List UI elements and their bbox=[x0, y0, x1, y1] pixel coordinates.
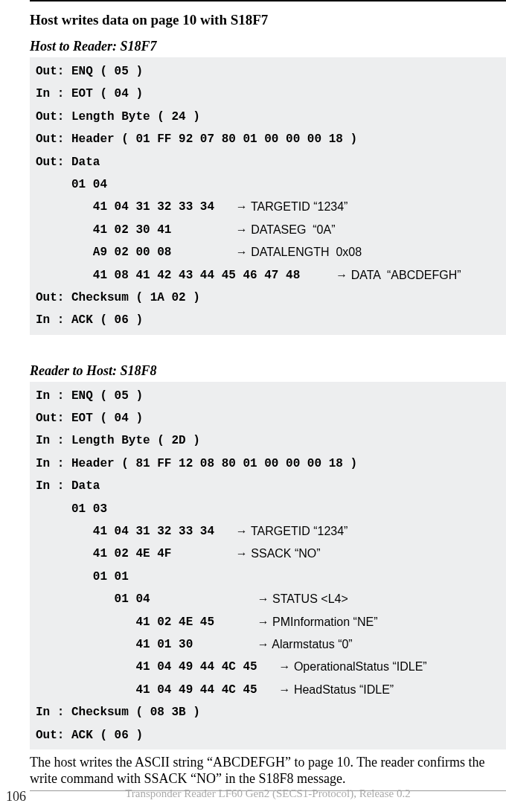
protocol-line: In : Checksum ( 08 3B ) bbox=[36, 701, 500, 723]
protocol-line: A9 02 00 08 → DATALENGTH 0x08 bbox=[36, 241, 500, 263]
footer-text: Transponder Reader LF60 Gen2 (SECS1-Prot… bbox=[30, 787, 506, 800]
protocol-line: In : Data bbox=[36, 475, 500, 497]
protocol-annotation: → TARGETID “1234” bbox=[236, 520, 348, 543]
protocol-text: 41 02 30 41 bbox=[36, 219, 236, 241]
protocol-line: 41 04 49 44 4C 45 → OperationalStatus “I… bbox=[36, 656, 500, 678]
protocol-line: 01 03 bbox=[36, 498, 500, 520]
protocol-line: Out: EOT ( 04 ) bbox=[36, 407, 500, 429]
protocol-annotation: → TARGETID “1234” bbox=[236, 196, 348, 218]
protocol-line: Out: Length Byte ( 24 ) bbox=[36, 106, 500, 128]
protocol-text: 41 04 49 44 4C 45 bbox=[36, 656, 278, 678]
page-number: 106 bbox=[0, 789, 30, 805]
protocol-line: 41 04 31 32 33 34 → TARGETID “1234” bbox=[36, 520, 500, 543]
footer: 106 Transponder Reader LF60 Gen2 (SECS1-… bbox=[0, 789, 506, 805]
protocol-text: In : ENQ ( 05 ) bbox=[36, 385, 143, 407]
protocol-text: 01 04 bbox=[36, 588, 257, 610]
protocol-text: Out: Header ( 01 FF 92 07 80 01 00 00 00… bbox=[36, 128, 357, 150]
protocol-text: In : Length Byte ( 2D ) bbox=[36, 429, 200, 452]
protocol-line: In : EOT ( 04 ) bbox=[36, 83, 500, 105]
protocol-line: In : Header ( 81 FF 12 08 80 01 00 00 00… bbox=[36, 453, 500, 475]
section-title: Host writes data on page 10 with S18F7 bbox=[30, 12, 506, 28]
protocol-text: 01 03 bbox=[36, 498, 107, 520]
protocol-text: 41 04 49 44 4C 45 bbox=[36, 679, 278, 701]
protocol-annotation: → Alarmstatus “0” bbox=[257, 633, 353, 656]
protocol-text: In : Data bbox=[36, 475, 100, 497]
protocol-text: 01 01 bbox=[36, 566, 129, 588]
protocol-text: A9 02 00 08 bbox=[36, 241, 236, 263]
protocol-line: 41 08 41 42 43 44 45 46 47 48 → DATA “AB… bbox=[36, 264, 500, 287]
protocol-annotation: → STATUS <L4> bbox=[257, 588, 348, 610]
protocol-annotation: → DATASEG “0A” bbox=[236, 219, 336, 241]
protocol-line: In : ENQ ( 05 ) bbox=[36, 385, 500, 407]
protocol-line: In : Length Byte ( 2D ) bbox=[36, 429, 500, 452]
protocol-line: 41 02 30 41 → DATASEG “0A” bbox=[36, 219, 500, 241]
protocol-text: 41 02 4E 4F bbox=[36, 543, 236, 565]
protocol-annotation: → DATALENGTH 0x08 bbox=[236, 241, 362, 263]
protocol-line: 41 02 4E 4F → SSACK “NO” bbox=[36, 543, 500, 565]
protocol-text: 01 04 bbox=[36, 173, 107, 196]
protocol-line: In : ACK ( 06 ) bbox=[36, 309, 500, 331]
protocol-annotation: → SSACK “NO” bbox=[236, 543, 321, 565]
protocol-block-1: Out: ENQ ( 05 )In : EOT ( 04 )Out: Lengt… bbox=[30, 57, 506, 335]
protocol-line: 01 01 bbox=[36, 566, 500, 588]
protocol-line: 41 04 49 44 4C 45 → HeadStatus “IDLE” bbox=[36, 679, 500, 701]
protocol-line: 01 04 → STATUS <L4> bbox=[36, 588, 500, 610]
protocol-line: 41 01 30 → Alarmstatus “0” bbox=[36, 633, 500, 656]
block2-title: Reader to Host: S18F8 bbox=[30, 363, 506, 379]
protocol-line: Out: Data bbox=[36, 151, 500, 173]
protocol-line: Out: ENQ ( 05 ) bbox=[36, 60, 500, 83]
protocol-annotation: → HeadStatus “IDLE” bbox=[278, 679, 394, 701]
protocol-text: 41 01 30 bbox=[36, 633, 257, 656]
protocol-text: Out: Length Byte ( 24 ) bbox=[36, 106, 200, 128]
protocol-text: 41 04 31 32 33 34 bbox=[36, 196, 236, 218]
protocol-line: Out: Checksum ( 1A 02 ) bbox=[36, 287, 500, 309]
protocol-line: Out: ACK ( 06 ) bbox=[36, 724, 500, 747]
protocol-line: Out: Header ( 01 FF 92 07 80 01 00 00 00… bbox=[36, 128, 500, 150]
protocol-annotation: → PMInformation “NE” bbox=[257, 611, 378, 633]
protocol-text: Out: ACK ( 06 ) bbox=[36, 724, 143, 747]
protocol-annotation: → DATA “ABCDEFGH” bbox=[336, 264, 461, 287]
protocol-text: 41 08 41 42 43 44 45 46 47 48 bbox=[36, 264, 336, 287]
protocol-text: In : EOT ( 04 ) bbox=[36, 83, 143, 105]
protocol-line: 01 04 bbox=[36, 173, 500, 196]
protocol-text: Out: ENQ ( 05 ) bbox=[36, 60, 143, 83]
protocol-text: 41 02 4E 45 bbox=[36, 611, 257, 633]
protocol-text: In : ACK ( 06 ) bbox=[36, 309, 143, 331]
protocol-line: 41 02 4E 45 → PMInformation “NE” bbox=[36, 611, 500, 633]
protocol-text: Out: EOT ( 04 ) bbox=[36, 407, 143, 429]
protocol-text: In : Checksum ( 08 3B ) bbox=[36, 701, 200, 723]
protocol-line: 41 04 31 32 33 34 → TARGETID “1234” bbox=[36, 196, 500, 218]
protocol-text: Out: Data bbox=[36, 151, 100, 173]
protocol-text: 41 04 31 32 33 34 bbox=[36, 520, 236, 543]
protocol-text: Out: Checksum ( 1A 02 ) bbox=[36, 287, 200, 309]
protocol-text: In : Header ( 81 FF 12 08 80 01 00 00 00… bbox=[36, 453, 357, 475]
protocol-annotation: → OperationalStatus “IDLE” bbox=[278, 656, 426, 678]
protocol-block-2: In : ENQ ( 05 )Out: EOT ( 04 )In : Lengt… bbox=[30, 382, 506, 749]
body-text: The host writes the ASCII string “ABCDEF… bbox=[30, 754, 506, 787]
block1-title: Host to Reader: S18F7 bbox=[30, 39, 506, 54]
